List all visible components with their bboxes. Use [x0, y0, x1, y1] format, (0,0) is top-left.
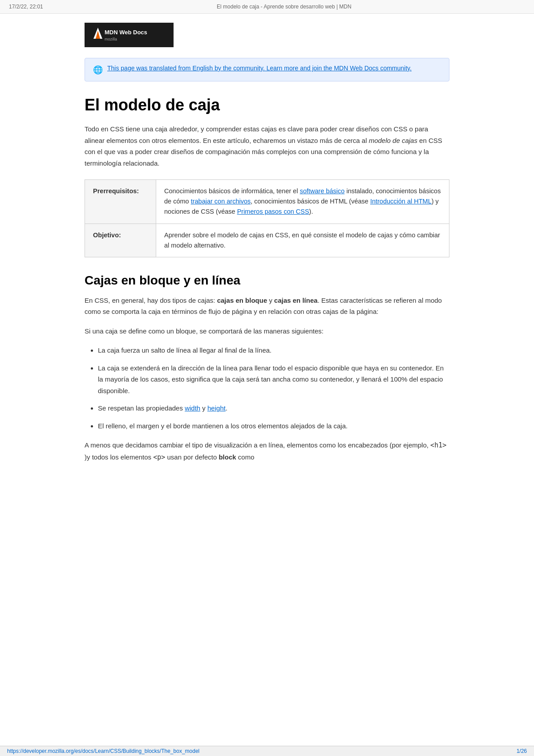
section2-title: Cajas en bloque y en línea — [85, 273, 449, 288]
browser-bar: 17/2/22, 22:01 El modelo de caja - Apren… — [0, 0, 534, 14]
prereq-content-1: Conocimientos básicos de informática, te… — [156, 180, 449, 224]
cutoff-text-end: usan por defecto — [165, 453, 218, 461]
mdn-logo: MDN Web Docs mozilla — [85, 23, 174, 47]
translation-notice: 🌐 This page was translated from English … — [85, 58, 449, 81]
prereq-row-2: Objetivo: Aprender sobre el modelo de ca… — [85, 224, 449, 257]
cutoff-code-p: <p> — [153, 453, 165, 461]
cutoff-text-after: )y todos los elementos — [85, 453, 153, 461]
footer-page-number: 1/26 — [517, 748, 527, 754]
prereq-label-1: Prerrequisitos: — [85, 180, 156, 224]
link-width[interactable]: width — [185, 404, 200, 412]
list-item-3-before: Se respetan las propiedades — [98, 404, 185, 412]
prereq-link-html[interactable]: Introducción al HTML — [370, 198, 432, 205]
prereq-text-p3: , conocimientos básicos de HTML (véase — [251, 198, 370, 205]
s2p1-before: En CSS, en general, hay dos tipos de caj… — [85, 297, 217, 304]
page-content: MDN Web Docs mozilla 🌐 This page was tra… — [67, 14, 467, 490]
list-item-1: La caja fuerza un salto de línea al lleg… — [98, 345, 449, 356]
list-item-3: Se respetan las propiedades width y heig… — [98, 402, 449, 414]
footer-url[interactable]: https://developer.mozilla.org/es/docs/Le… — [7, 748, 199, 754]
prereq-label-2: Objetivo: — [85, 224, 156, 257]
svg-text:mozilla: mozilla — [105, 37, 117, 41]
mdn-logo-svg: MDN Web Docs mozilla — [89, 25, 169, 43]
list-item-4-text: El relleno, el margen y el borde mantien… — [98, 422, 348, 430]
prereq-content-2: Aprender sobre el modelo de cajas en CSS… — [156, 224, 449, 257]
list-item-1-text: La caja fuerza un salto de línea al lleg… — [98, 346, 271, 354]
prereq-table: Prerrequisitos: Conocimientos básicos de… — [85, 179, 449, 257]
prereq-link-software[interactable]: software básico — [300, 187, 345, 195]
link-height[interactable]: height — [207, 404, 226, 412]
s2p1-bold1: cajas en bloque — [217, 297, 267, 304]
cutoff-section: A menos que decidamos cambiar el tipo de… — [85, 439, 449, 463]
translation-text: This page was translated from English by… — [107, 65, 412, 72]
bullet-list: La caja fuerza un salto de línea al lleg… — [98, 345, 449, 431]
s2p1-bold2: cajas en línea — [274, 297, 318, 304]
prereq-row-1: Prerrequisitos: Conocimientos básicos de… — [85, 180, 449, 224]
footer-bar: https://developer.mozilla.org/es/docs/Le… — [0, 746, 534, 756]
prereq-link-archivos[interactable]: trabajar con archivos — [191, 198, 251, 205]
prereq-link-css[interactable]: Primeros pasos con CSS — [237, 208, 309, 215]
list-item-4: El relleno, el margen y el borde mantien… — [98, 420, 449, 432]
list-item-3-after: . — [226, 404, 227, 412]
cutoff-bold-block: block — [218, 453, 236, 461]
section2-p2: Si una caja se define como un bloque, se… — [85, 325, 449, 337]
mdn-logo-area: MDN Web Docs mozilla — [85, 23, 449, 47]
cutoff-paragraph: A menos que decidamos cambiar el tipo de… — [85, 439, 449, 463]
globe-icon: 🌐 — [93, 65, 103, 75]
section2-p1: En CSS, en general, hay dos tipos de caj… — [85, 295, 449, 317]
intro-paragraph: Todo en CSS tiene una caja alrededor, y … — [85, 123, 449, 169]
list-item-2: La caja se extenderá en la dirección de … — [98, 362, 449, 397]
main-title: El modelo de caja — [85, 96, 449, 114]
prereq-text-p1: Conocimientos básicos de informática, te… — [164, 187, 300, 195]
s2p1-between: y — [267, 297, 274, 304]
svg-text:MDN Web Docs: MDN Web Docs — [105, 29, 147, 36]
list-item-2-text: La caja se extenderá en la dirección de … — [98, 364, 444, 394]
browser-datetime: 17/2/22, 22:01 — [9, 4, 43, 10]
cutoff-text-before: A menos que decidamos cambiar el tipo de… — [85, 441, 430, 449]
list-item-3-between: y — [200, 404, 207, 412]
cutoff-code-h1: <h1> — [430, 441, 446, 449]
prereq-text-p5: ). — [309, 208, 313, 215]
browser-page-title: El modelo de caja - Aprende sobre desarr… — [217, 4, 352, 10]
translation-link[interactable]: This page was translated from English by… — [107, 65, 412, 72]
cutoff-text-end2: como — [236, 453, 255, 461]
intro-italic: modelo de cajas — [369, 137, 417, 144]
